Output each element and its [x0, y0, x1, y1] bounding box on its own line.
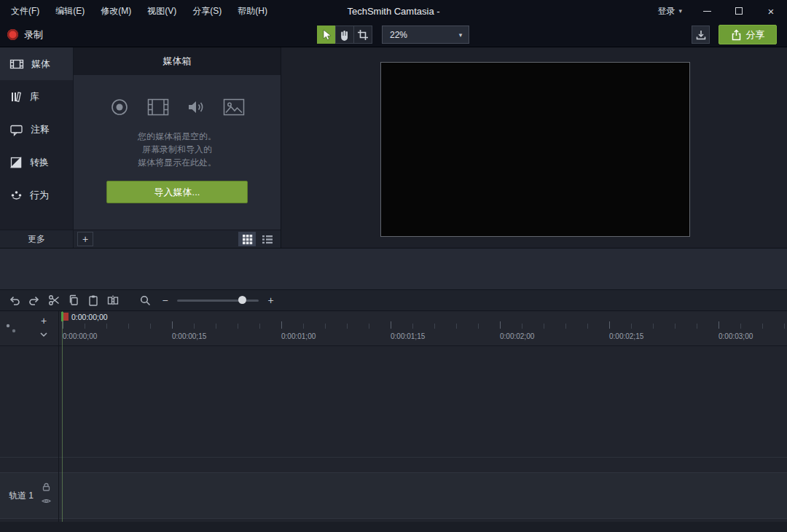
media-bin-empty-icons	[74, 97, 281, 117]
list-view-icon	[262, 234, 273, 245]
track-lock-button[interactable]	[42, 482, 50, 491]
menu-file[interactable]: 文件(F)	[3, 0, 47, 22]
sidebar-item-label: 注释	[31, 123, 50, 136]
close-button[interactable]: ×	[755, 0, 787, 22]
timeline-zoom-button[interactable]	[136, 292, 155, 309]
ruler-timestamp: 0:00:01;15	[391, 332, 425, 340]
track-1-controls	[42, 482, 51, 504]
menubar: 文件(F) 编辑(E) 修改(M) 视图(V) 分享(S) 帮助(H)	[0, 0, 275, 22]
pan-tool-button[interactable]	[335, 26, 354, 44]
behavior-icon	[9, 189, 23, 202]
minimize-icon	[703, 11, 711, 12]
record-circle-icon	[109, 97, 130, 117]
cursor-tool-button[interactable]	[317, 26, 336, 44]
timeline-zoom-slider[interactable]	[177, 292, 259, 309]
transition-icon	[9, 156, 23, 169]
empty-text-line: 屏幕录制和导入的	[74, 143, 281, 156]
ruler-timestamp: 0:00:00;00	[63, 332, 97, 340]
zoom-out-button[interactable]: −	[155, 292, 175, 309]
crop-icon	[357, 29, 369, 41]
close-icon: ×	[768, 6, 775, 17]
sidebar-item-label: 库	[30, 90, 39, 103]
grid-view-icon	[242, 234, 253, 245]
menu-view[interactable]: 视图(V)	[139, 0, 184, 22]
cursor-icon	[321, 29, 332, 41]
chevron-down-icon: ▾	[678, 7, 682, 15]
plus-icon: +	[41, 315, 47, 326]
add-media-button[interactable]: +	[77, 232, 93, 246]
add-track-button[interactable]: +	[36, 314, 51, 326]
menu-edit[interactable]: 编辑(E)	[47, 0, 93, 22]
hand-icon	[339, 28, 351, 41]
crop-tool-button[interactable]	[353, 26, 372, 44]
sidebar-item-annotations[interactable]: 注释	[0, 113, 73, 146]
media-bin-empty-text: 您的媒体箱是空的。 屏幕录制和导入的 媒体将显示在此处。	[74, 130, 281, 169]
zoom-level-select[interactable]: 22% ▾	[382, 26, 469, 44]
split-button[interactable]	[103, 292, 122, 309]
maximize-icon	[735, 7, 743, 15]
canvas-area[interactable]	[281, 47, 787, 248]
menu-modify[interactable]: 修改(M)	[93, 0, 139, 22]
login-label: 登录	[657, 5, 675, 17]
media-icon	[9, 58, 24, 71]
track-hide-button[interactable]	[42, 498, 51, 504]
sidebar-item-transitions[interactable]: 转换	[0, 146, 73, 179]
import-media-button[interactable]: 导入媒体...	[106, 181, 248, 203]
sidebar-item-library[interactable]: 库	[0, 80, 73, 113]
redo-icon	[28, 294, 41, 307]
sidebar-item-behaviors[interactable]: 行为	[0, 179, 73, 211]
film-strip-icon	[147, 98, 169, 116]
login-menu[interactable]: 登录 ▾	[649, 5, 691, 17]
ruler-timestamp: 0:00:02;15	[609, 332, 643, 340]
titlebar-right: 登录 ▾ ×	[649, 0, 787, 22]
share-button[interactable]: 分享	[719, 25, 777, 44]
sidebar-more-button[interactable]: 更多	[0, 230, 73, 248]
undo-button[interactable]	[4, 292, 24, 309]
minus-icon: −	[162, 295, 168, 305]
media-bin-panel: 媒体箱 您的媒体箱是空的。 屏幕录制和导入的 媒体将显示在此处。 导入媒体...	[73, 47, 281, 230]
zoom-level-value: 22%	[383, 30, 453, 40]
track-1-lane[interactable]: 轨道 1	[0, 472, 787, 519]
playhead-line[interactable]	[62, 311, 63, 522]
tools-sidebar: 媒体 库 注释 转换 行为	[0, 47, 73, 230]
timeline-scrollbar[interactable]	[0, 522, 787, 532]
grid-view-button[interactable]	[238, 232, 256, 246]
sidebar-item-label: 行为	[30, 189, 49, 202]
plus-icon: +	[82, 233, 88, 245]
lock-icon	[42, 482, 50, 491]
menu-share[interactable]: 分享(S)	[184, 0, 230, 22]
ruler-tick	[719, 321, 719, 329]
share-label: 分享	[746, 28, 765, 42]
maximize-button[interactable]	[723, 0, 755, 22]
empty-text-line: 您的媒体箱是空的。	[74, 130, 281, 143]
preview-stage[interactable]	[380, 62, 690, 237]
scissors-icon	[47, 294, 60, 307]
menu-help[interactable]: 帮助(H)	[230, 0, 275, 22]
list-view-button[interactable]	[259, 232, 276, 246]
playback-bar: 00:00 / 00:00 30 fps ⚙ 属性	[0, 248, 787, 289]
magnifier-icon	[139, 294, 152, 307]
cut-button[interactable]	[44, 292, 63, 309]
camtasia-window: 文件(F) 编辑(E) 修改(M) 视图(V) 分享(S) 帮助(H) Tech…	[0, 0, 787, 532]
playhead-time-label: 0:00:00;00	[71, 313, 108, 321]
redo-button[interactable]	[24, 292, 44, 309]
copy-button[interactable]	[63, 292, 83, 309]
speaker-icon	[187, 98, 205, 117]
zoom-in-button[interactable]: +	[261, 292, 281, 309]
ruler-tick	[172, 321, 173, 329]
track-gutter-icon	[4, 321, 20, 337]
timeline-ruler[interactable]: 0:00:00;00 0:00:00;15 0:00:01;00 0:00:01…	[58, 311, 787, 346]
titlebar: 文件(F) 编辑(E) 修改(M) 视图(V) 分享(S) 帮助(H) Tech…	[0, 0, 787, 22]
sidebar-item-media[interactable]: 媒体	[0, 47, 73, 80]
paste-button[interactable]	[83, 292, 103, 309]
track-options-button[interactable]	[38, 329, 50, 340]
ruler-timestamp: 0:00:00;15	[172, 332, 206, 340]
canvas-tools	[317, 26, 372, 44]
edit-toolbar: − +	[0, 289, 787, 311]
record-button[interactable]: 录制	[7, 26, 43, 44]
playhead-marker[interactable]	[63, 313, 68, 321]
export-local-button[interactable]	[692, 26, 710, 44]
zoom-slider-thumb[interactable]	[238, 296, 246, 304]
minimize-button[interactable]	[691, 0, 723, 22]
chevron-down-icon	[40, 332, 47, 337]
